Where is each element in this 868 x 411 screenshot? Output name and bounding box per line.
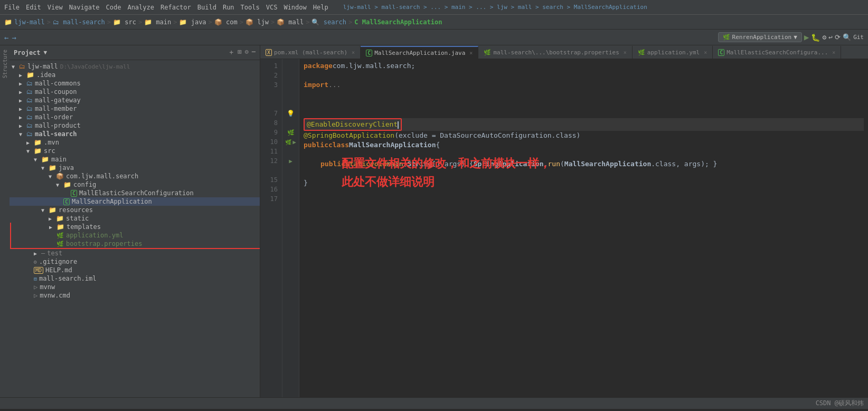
tree-label: mall-commons: [35, 80, 81, 87]
tree-label: MallSearchApplication: [72, 198, 152, 205]
run-gutter-icon2[interactable]: ▶: [289, 158, 293, 165]
tree-item-iml[interactable]: ⊞ mall-search.iml: [10, 274, 260, 283]
tree-item-mall-member[interactable]: ▶ 🗂 mall-member: [10, 104, 260, 113]
tree-item-idea[interactable]: ▶ 📁 .idea: [10, 71, 260, 79]
menu-navigate[interactable]: Navigate: [69, 4, 100, 11]
tab-pom[interactable]: X pom.xml (mall-search) ×: [260, 46, 361, 59]
menu-build[interactable]: Build: [197, 4, 216, 11]
tree-item-java[interactable]: ▼ 📁 java: [10, 164, 260, 172]
project-icon: 🗂: [19, 63, 25, 70]
menu-help[interactable]: Help: [313, 4, 328, 11]
bc-ljw[interactable]: 📦 ljw: [246, 18, 269, 26]
tree-item-application-yml[interactable]: 🌿 application.yml: [10, 231, 260, 240]
menu-view[interactable]: View: [48, 4, 63, 11]
tree-item-mvnw-cmd[interactable]: ▷ mvnw.cmd: [10, 291, 260, 300]
gear-icon[interactable]: ⚙: [245, 48, 249, 57]
menu-analyze[interactable]: Analyze: [127, 4, 154, 11]
bc-com[interactable]: 📦 com: [214, 18, 238, 26]
close-icon[interactable]: ×: [624, 50, 627, 55]
tree-item-resources[interactable]: ▼ 📁 resources: [10, 206, 260, 214]
tab-application-yml[interactable]: 🌿 application.yml ×: [633, 46, 713, 59]
folder-icon: 📁: [34, 139, 42, 146]
menu-bar[interactable]: File Edit View Navigate Code Analyze Ref…: [4, 4, 647, 11]
git-label[interactable]: Git: [853, 34, 864, 41]
tree-item-mall-order[interactable]: ▶ 🗂 mall-order: [10, 113, 260, 121]
settings-icon[interactable]: ⚙: [822, 33, 826, 41]
bc-mall-search[interactable]: 🗂 mall-search: [53, 18, 105, 26]
run-gutter-icon[interactable]: ▶: [293, 139, 296, 146]
bc-java[interactable]: 📁 java: [179, 18, 206, 26]
tree-item-help-md[interactable]: MD HELP.md: [10, 266, 260, 274]
tree-item-main[interactable]: ▼ 📁 main: [10, 155, 260, 164]
dropdown-arrow-icon[interactable]: ▼: [44, 49, 48, 56]
lightbulb-icon[interactable]: 💡: [287, 110, 295, 117]
tree-item-mall-coupon[interactable]: ▶ 🗂 mall-coupon: [10, 88, 260, 96]
code-gap: [304, 90, 864, 109]
structure-tab[interactable]: Structure: [1, 47, 9, 80]
collapse-icon[interactable]: —: [252, 48, 256, 57]
tree-item-elastic-config[interactable]: C MallElasticSearchConfiguration: [10, 189, 260, 197]
back-icon[interactable]: ←: [4, 33, 8, 42]
tree-item-test[interactable]: ▶ — test: [10, 249, 260, 257]
tree-item-mall-gateway[interactable]: ▶ 🗂 mall-gateway: [10, 96, 260, 104]
tree-item-mall-product[interactable]: ▶ 🗂 mall-product: [10, 121, 260, 130]
tree-item-mall-commons[interactable]: ▶ 🗂 mall-commons: [10, 79, 260, 88]
tab-bootstrap[interactable]: 🌿 mall-search\...\bootstrap.properties ×: [478, 46, 632, 59]
tree-label: MallElasticSearchConfiguration: [79, 189, 194, 197]
tree-label: mall-order: [35, 113, 73, 121]
menu-vcs[interactable]: VCS: [266, 4, 278, 11]
tree-item-gitignore[interactable]: ⚙ .gitignore: [10, 257, 260, 266]
menu-window[interactable]: Window: [284, 4, 306, 11]
close-icon[interactable]: ×: [704, 50, 707, 55]
menu-run[interactable]: Run: [223, 4, 234, 11]
tree-item-mvn[interactable]: ▶ 📁 .mvn: [10, 138, 260, 147]
tab-elastic-config[interactable]: C MallElasticSearchConfigura... ×: [713, 46, 841, 59]
bc-ljw-mall[interactable]: 📁: [4, 18, 12, 26]
tree-item-static[interactable]: ▶ 📁 static: [10, 214, 260, 223]
bc-main[interactable]: 📁 main: [144, 18, 171, 26]
debug-button[interactable]: 🐛: [811, 33, 820, 42]
tab-main-app[interactable]: C MallSearchApplication.java ×: [361, 46, 478, 59]
tree-item-mall-search-app[interactable]: C MallSearchApplication: [10, 197, 260, 206]
menu-tools[interactable]: Tools: [241, 4, 260, 11]
arrow-icon: ▶: [34, 251, 41, 256]
menu-file[interactable]: File: [4, 4, 20, 11]
close-icon[interactable]: ×: [832, 50, 835, 55]
bc-ljw-mall-label[interactable]: ljw-mall: [14, 18, 45, 26]
bc-search-pkg[interactable]: 🔍 search: [312, 18, 346, 26]
tree-item-templates[interactable]: ▶ 📁 templates: [10, 223, 260, 231]
tree-item-package[interactable]: ▼ 📦 com.ljw.mall.search: [10, 172, 260, 180]
add-icon[interactable]: ＋: [228, 48, 234, 57]
tree-item-ljw-mall[interactable]: ▼ 🗂 ljw-mall D:\JavaCode\ljw-mall: [10, 62, 260, 71]
tree-label: bootstrap.properties: [66, 240, 143, 247]
refresh-icon[interactable]: ⟳: [835, 33, 841, 41]
run-config-dropdown[interactable]: 🌿 RenrenApplication ▼: [718, 32, 802, 42]
code-content[interactable]: package com.ljw.mall.search; import ...: [299, 59, 868, 397]
run-button[interactable]: ▶: [804, 32, 809, 42]
undo-icon[interactable]: ↩: [828, 33, 833, 41]
code-line-3: import ...: [304, 80, 864, 90]
search-icon[interactable]: 🔍: [843, 33, 851, 41]
tree-item-bootstrap-props[interactable]: 🌿 bootstrap.properties: [10, 240, 260, 249]
close-icon[interactable]: ×: [469, 50, 473, 56]
tree-item-config[interactable]: ▼ 📁 config: [10, 180, 260, 189]
left-panel-tabs: Structure: [0, 45, 10, 397]
layout-icon[interactable]: ⊞: [238, 48, 241, 57]
tree-item-src[interactable]: ▼ 📁 src: [10, 147, 260, 155]
bc-mall[interactable]: 📦 mall: [277, 18, 304, 26]
bc-class[interactable]: C MallSearchApplication: [354, 18, 442, 26]
code-text: ...: [328, 80, 341, 90]
menu-refactor[interactable]: Refactor: [161, 4, 191, 11]
tree-item-mall-search[interactable]: ▼ 🗂 mall-search: [10, 130, 260, 138]
arrow-icon: ▶: [26, 140, 34, 146]
forward-icon[interactable]: →: [12, 33, 16, 42]
keyword: void: [370, 159, 386, 169]
bc-src[interactable]: 📁 src: [113, 18, 136, 26]
close-icon[interactable]: ×: [352, 50, 355, 55]
sidebar-header: Project ▼ ＋ ⊞ ⚙ —: [10, 45, 260, 60]
menu-code[interactable]: Code: [106, 4, 121, 11]
arrow-icon: ▼: [26, 148, 34, 154]
menu-edit[interactable]: Edit: [26, 4, 41, 11]
tree-item-mvnw[interactable]: ▷ mvnw: [10, 283, 260, 291]
keyword: class: [328, 140, 349, 150]
